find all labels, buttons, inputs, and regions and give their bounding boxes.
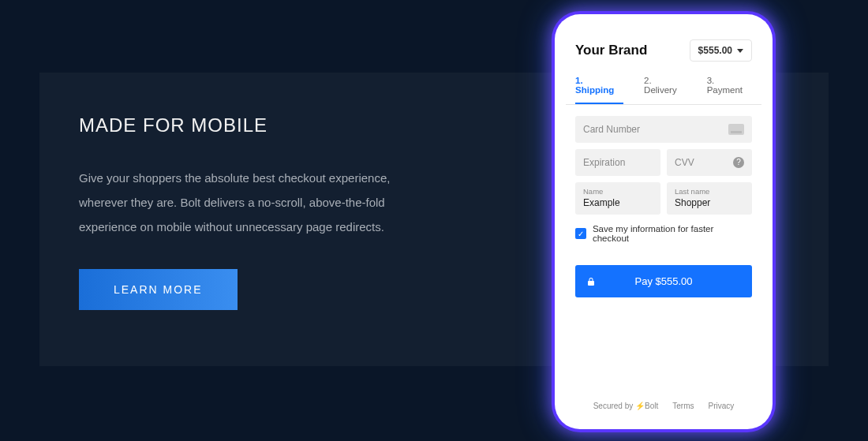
save-info-checkbox[interactable]: ✓ [575, 228, 586, 239]
help-icon[interactable]: ? [733, 157, 744, 168]
learn-more-button[interactable]: LEARN MORE [79, 269, 238, 310]
payment-form: Card Number Expiration CVV ? Name Exampl… [566, 105, 761, 297]
card-number-placeholder: Card Number [583, 124, 640, 135]
cvv-placeholder: CVV [675, 157, 694, 168]
checkout-footer: Secured by ⚡Bolt Terms Privacy [566, 402, 761, 410]
name-field[interactable]: Name Example [575, 182, 660, 215]
expiration-placeholder: Expiration [583, 157, 625, 168]
checkout-header: Your Brand $555.00 [566, 25, 761, 69]
chevron-down-icon [737, 49, 743, 53]
privacy-link[interactable]: Privacy [709, 402, 735, 410]
marketing-copy: MADE FOR MOBILE Give your shoppers the a… [79, 114, 418, 310]
checkout-tabs: 1. Shipping 2. Delivery 3. Payment [566, 69, 761, 105]
lastname-label: Last name [675, 187, 744, 196]
secured-by-label: Secured by ⚡Bolt [593, 402, 659, 410]
pay-button-label: Pay $555.00 [634, 275, 692, 287]
tab-shipping[interactable]: 1. Shipping [575, 69, 623, 104]
lastname-value: Shopper [675, 197, 744, 208]
phone-frame: Your Brand $555.00 1. Shipping 2. Delive… [555, 14, 773, 429]
save-info-row: ✓ Save my information for faster checkou… [575, 215, 752, 243]
amount-value: $555.00 [698, 45, 732, 56]
credit-card-icon [728, 124, 744, 135]
brand-label: Your Brand [575, 43, 647, 58]
expiration-field[interactable]: Expiration [575, 149, 660, 176]
name-label: Name [583, 187, 653, 196]
pay-button[interactable]: Pay $555.00 [575, 265, 752, 297]
amount-dropdown[interactable]: $555.00 [690, 39, 752, 62]
heading: MADE FOR MOBILE [79, 114, 418, 136]
card-number-field[interactable]: Card Number [575, 116, 752, 143]
cvv-field[interactable]: CVV ? [667, 149, 752, 176]
terms-link[interactable]: Terms [672, 402, 694, 410]
tab-payment[interactable]: 3. Payment [707, 69, 752, 104]
lock-icon [586, 277, 596, 286]
body-text: Give your shoppers the absolute best che… [79, 166, 418, 239]
save-info-label: Save my information for faster checkout [593, 224, 752, 243]
lastname-field[interactable]: Last name Shopper [667, 182, 752, 215]
name-value: Example [583, 197, 653, 208]
phone-screen: Your Brand $555.00 1. Shipping 2. Delive… [566, 25, 761, 418]
tab-delivery[interactable]: 2. Delivery [644, 69, 687, 104]
